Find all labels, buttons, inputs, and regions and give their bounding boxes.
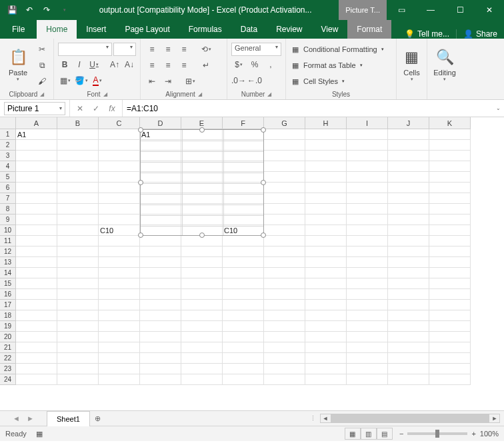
cell[interactable] bbox=[264, 129, 305, 140]
cell[interactable] bbox=[99, 300, 140, 310]
cell[interactable] bbox=[57, 236, 99, 246]
cell[interactable] bbox=[347, 268, 388, 278]
column-header[interactable]: F bbox=[223, 117, 264, 129]
cell[interactable] bbox=[347, 257, 388, 268]
zoom-out-icon[interactable]: − bbox=[399, 430, 403, 438]
cell[interactable] bbox=[181, 300, 223, 310]
column-header[interactable]: D bbox=[140, 117, 181, 129]
format-painter-icon[interactable]: 🖌 bbox=[35, 74, 49, 89]
cell[interactable] bbox=[57, 151, 99, 161]
cell[interactable] bbox=[181, 353, 223, 364]
cell[interactable] bbox=[16, 364, 57, 374]
row-header[interactable]: 17 bbox=[0, 300, 16, 310]
cell[interactable] bbox=[429, 353, 471, 364]
decrease-font-icon[interactable]: A↓ bbox=[123, 57, 136, 72]
cell[interactable] bbox=[140, 310, 181, 321]
cell[interactable] bbox=[181, 289, 223, 300]
resize-handle-nw[interactable] bbox=[138, 127, 143, 133]
cell[interactable] bbox=[223, 353, 264, 364]
column-header[interactable]: I bbox=[347, 117, 388, 129]
cell[interactable] bbox=[347, 310, 388, 321]
column-header[interactable]: H bbox=[305, 117, 347, 129]
column-header[interactable]: K bbox=[429, 117, 471, 129]
cell[interactable] bbox=[347, 215, 388, 225]
cell[interactable] bbox=[305, 364, 347, 374]
cell[interactable] bbox=[264, 310, 305, 321]
cell[interactable] bbox=[181, 278, 223, 289]
cell[interactable] bbox=[305, 161, 347, 172]
cell[interactable] bbox=[264, 268, 305, 278]
cell[interactable] bbox=[223, 278, 264, 289]
cell[interactable] bbox=[347, 140, 388, 151]
cell[interactable] bbox=[264, 257, 305, 268]
cell[interactable] bbox=[223, 246, 264, 257]
cell[interactable] bbox=[305, 183, 347, 193]
cell[interactable] bbox=[57, 353, 99, 364]
row-header[interactable]: 5 bbox=[0, 172, 16, 183]
cell[interactable] bbox=[305, 353, 347, 364]
row-header[interactable]: 8 bbox=[0, 204, 16, 215]
cell[interactable] bbox=[16, 151, 57, 161]
name-box[interactable]: Picture 1 ▾ bbox=[4, 102, 65, 115]
cell[interactable] bbox=[57, 172, 99, 183]
new-sheet-icon[interactable]: ⊕ bbox=[90, 414, 106, 423]
cell[interactable] bbox=[140, 236, 181, 246]
zoom-in-icon[interactable]: + bbox=[471, 430, 475, 438]
row-header[interactable]: 15 bbox=[0, 278, 16, 289]
cell[interactable]: C10 bbox=[99, 225, 140, 236]
font-launcher[interactable]: ◢ bbox=[103, 91, 107, 97]
row-header[interactable]: 3 bbox=[0, 151, 16, 161]
cell[interactable] bbox=[347, 161, 388, 172]
cell[interactable] bbox=[429, 161, 471, 172]
cell[interactable] bbox=[16, 300, 57, 310]
cell[interactable] bbox=[99, 204, 140, 215]
cell[interactable] bbox=[305, 332, 347, 342]
column-header[interactable]: G bbox=[264, 117, 305, 129]
cell[interactable] bbox=[16, 342, 57, 353]
cell[interactable] bbox=[347, 300, 388, 310]
orientation-icon[interactable]: ⟲ bbox=[199, 42, 213, 57]
cell[interactable] bbox=[305, 225, 347, 236]
fill-color-icon[interactable]: 🪣 bbox=[74, 73, 89, 88]
cell[interactable] bbox=[388, 278, 429, 289]
resize-handle-ne[interactable] bbox=[261, 127, 266, 133]
align-top-icon[interactable]: ≡ bbox=[145, 42, 159, 57]
editing-button[interactable]: 🔍 Editing ▾ bbox=[431, 41, 458, 89]
cell[interactable] bbox=[99, 246, 140, 257]
align-right-icon[interactable]: ≡ bbox=[177, 58, 191, 73]
tab-review[interactable]: Review bbox=[267, 20, 311, 39]
tab-formulas[interactable]: Formulas bbox=[179, 20, 231, 39]
hscroll-thumb[interactable] bbox=[331, 414, 489, 422]
row-header[interactable]: 6 bbox=[0, 183, 16, 193]
cell[interactable] bbox=[99, 151, 140, 161]
cell[interactable] bbox=[99, 215, 140, 225]
row-header[interactable]: 10 bbox=[0, 225, 16, 236]
cell[interactable] bbox=[429, 289, 471, 300]
cell-styles-button[interactable]: ▦Cell Styles▾ bbox=[290, 74, 392, 89]
cell[interactable] bbox=[57, 140, 99, 151]
cell[interactable] bbox=[388, 374, 429, 385]
cell[interactable] bbox=[223, 364, 264, 374]
underline-button[interactable]: U bbox=[87, 57, 101, 72]
row-header[interactable]: 12 bbox=[0, 246, 16, 257]
cell[interactable] bbox=[99, 268, 140, 278]
row-header[interactable]: 14 bbox=[0, 268, 16, 278]
cell[interactable] bbox=[347, 172, 388, 183]
cell[interactable] bbox=[264, 172, 305, 183]
cell[interactable] bbox=[347, 204, 388, 215]
cell[interactable] bbox=[16, 310, 57, 321]
cell[interactable] bbox=[388, 183, 429, 193]
row-header[interactable]: 16 bbox=[0, 289, 16, 300]
cell[interactable] bbox=[388, 151, 429, 161]
cell[interactable] bbox=[305, 140, 347, 151]
cell[interactable] bbox=[140, 246, 181, 257]
row-header[interactable]: 13 bbox=[0, 257, 16, 268]
cell[interactable] bbox=[429, 246, 471, 257]
align-center-icon[interactable]: ≡ bbox=[161, 58, 175, 73]
cell[interactable] bbox=[57, 257, 99, 268]
cell[interactable] bbox=[57, 321, 99, 332]
increase-indent-icon[interactable]: ⇥ bbox=[161, 74, 175, 89]
cell[interactable] bbox=[347, 246, 388, 257]
row-header[interactable]: 1 bbox=[0, 129, 16, 140]
cell[interactable] bbox=[57, 332, 99, 342]
